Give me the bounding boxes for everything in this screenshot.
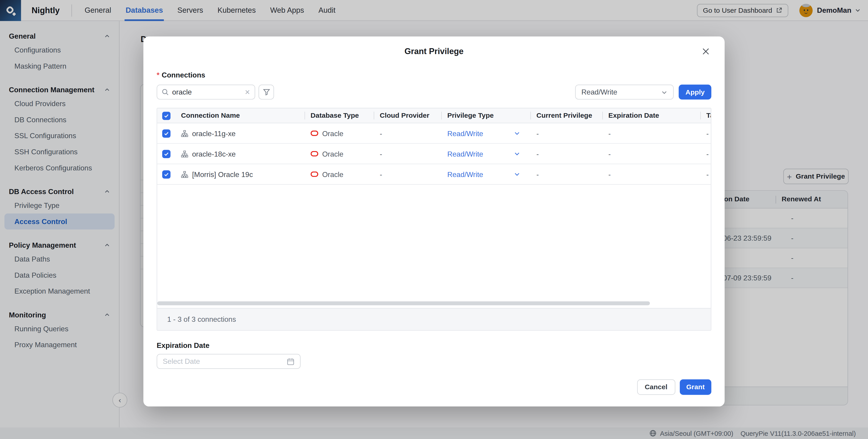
current-privilege: - [530,170,602,178]
column-database-type[interactable]: Database Type [305,112,374,120]
check-icon [163,172,168,177]
row-checkbox[interactable] [162,129,170,137]
required-marker: * [157,71,159,79]
chevron-down-icon [514,150,520,157]
column-privilege-type[interactable]: Privilege Type [441,112,530,120]
filter-funnel-icon [263,89,270,96]
modal-title: Grant Privilege [157,37,712,56]
cloud-provider: - [374,170,441,178]
connections-count: 1 - 3 of 3 connections [157,308,711,330]
apply-button[interactable]: Apply [679,85,711,100]
oracle-icon [310,151,318,156]
privilege-select[interactable]: Read/Write [441,170,530,178]
expiration-date: - [602,170,700,178]
cloud-provider: - [374,129,441,137]
database-type: Oracle [322,149,343,158]
row-checkbox[interactable] [162,170,170,178]
app-window: Nightly General Databases Servers Kubern… [0,0,868,439]
cloud-provider: - [374,149,441,158]
connection-row[interactable]: [Morris] Oracle 19c Oracle - Read/Write … [157,164,711,185]
calendar-icon [287,358,294,365]
grant-button[interactable]: Grant [680,379,712,395]
connection-row[interactable]: oracle-18c-xe Oracle - Read/Write - - - [157,144,711,164]
connection-name: oracle-18c-xe [192,149,236,158]
grant-privilege-modal: Grant Privilege *Connections ✕ Read/Writ… [143,37,724,406]
connection-name: [Morris] Oracle 19c [192,170,253,178]
cancel-button[interactable]: Cancel [637,379,675,395]
connection-name: oracle-11g-xe [192,129,236,137]
chevron-down-icon [514,130,520,137]
date-input[interactable] [163,357,287,366]
row-checkbox[interactable] [162,149,170,158]
current-privilege: - [530,129,602,137]
check-icon [163,131,168,136]
horizontal-scrollbar[interactable] [157,301,650,305]
expiration-date: - [602,129,700,137]
clear-search-icon[interactable]: ✕ [245,88,250,96]
chevron-down-icon [661,89,668,95]
filter-button[interactable] [259,85,274,100]
bulk-privilege-value: Read/Write [581,88,661,96]
chevron-down-icon [514,171,520,177]
expiration-date: - [602,149,700,158]
modal-footer: Cancel Grant [157,379,712,395]
close-button[interactable] [700,46,712,57]
modal-controls: ✕ Read/Write Apply [157,85,712,100]
close-icon [702,47,710,55]
column-tags[interactable]: Tags [700,112,712,120]
check-icon [163,113,168,118]
connection-sitemap-icon [181,150,188,158]
connection-row[interactable]: oracle-11g-xe Oracle - Read/Write - - - [157,123,711,144]
privilege-select[interactable]: Read/Write [441,129,530,137]
connection-sitemap-icon [181,171,188,178]
expiration-date-label: Expiration Date [157,341,712,350]
column-expiration-date[interactable]: Expiration Date [602,112,700,120]
search-input[interactable] [172,88,241,96]
column-cloud-provider[interactable]: Cloud Provider [374,112,441,120]
tags: - [700,149,712,158]
database-type: Oracle [322,170,343,178]
expiration-date-picker[interactable] [157,354,301,369]
search-icon [162,89,169,96]
bulk-privilege-select[interactable]: Read/Write [575,85,674,100]
column-connection-name[interactable]: Connection Name [175,112,304,120]
current-privilege: - [530,149,602,158]
connections-table: Connection Name Database Type Cloud Prov… [157,108,712,331]
column-current-privilege[interactable]: Current Privilege [530,112,602,120]
connection-sitemap-icon [181,130,188,137]
database-type: Oracle [322,129,343,137]
connections-label: *Connections [157,71,712,79]
modal-header: Grant Privilege [157,37,712,65]
privilege-select[interactable]: Read/Write [441,149,530,158]
select-all-checkbox[interactable] [162,111,170,120]
oracle-icon [310,171,318,177]
check-icon [163,151,168,156]
connection-search: ✕ [157,85,255,100]
connections-table-header: Connection Name Database Type Cloud Prov… [157,108,711,123]
oracle-icon [310,130,318,136]
tags: - [700,170,712,178]
tags: - [700,129,712,137]
